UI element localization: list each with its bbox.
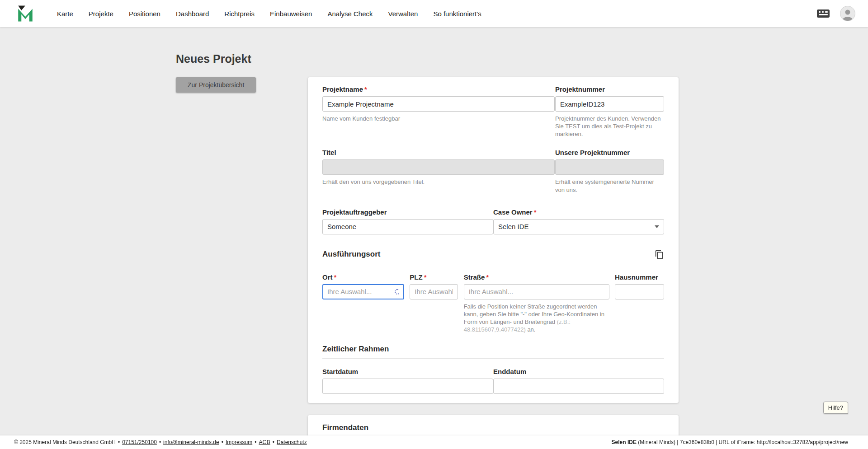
content-row: Zur Projektübersicht Projektname* Name v… [176, 77, 692, 435]
footer-separator: • [118, 439, 120, 445]
field-projektauftraggeber: Projektauftraggeber [322, 208, 493, 234]
form-row-name-number: Projektname* Name vom Kunden festlegbar … [322, 85, 664, 138]
projektname-helper: Name vom Kunden festlegbar [322, 115, 555, 122]
footer-user-name: Selen IDE [612, 439, 637, 445]
footer-link-impressum[interactable]: Impressum [226, 439, 252, 445]
strasse-label: Straße* [464, 273, 609, 281]
navbar-right [816, 6, 855, 21]
loading-spinner-icon [395, 289, 400, 295]
project-overview-button[interactable]: Zur Projektübersicht [176, 77, 256, 93]
nav-item-einbauweisen[interactable]: Einbauweisen [270, 10, 312, 18]
unsere-projektnummer-input [555, 159, 664, 175]
titel-input [322, 159, 555, 175]
nav-item-analyse-check[interactable]: Analyse Check [327, 10, 373, 18]
strasse-helper-main: Falls die Position keiner Straße zugeord… [464, 303, 604, 325]
logo-icon [16, 4, 35, 23]
footer-link-datenschutz[interactable]: Datenschutz [277, 439, 307, 445]
projektname-label: Projektname* [322, 85, 555, 93]
plz-label: PLZ* [410, 273, 458, 281]
startdatum-label: Startdatum [322, 368, 493, 375]
footer-link-email[interactable]: info@mineral-minds.de [163, 439, 219, 445]
section-ausfuehrungsort-header: Ausführungsort [322, 250, 664, 264]
ort-input[interactable] [322, 284, 404, 299]
projektauftraggeber-label: Projektauftraggeber [322, 208, 493, 216]
content-container: Neues Projekt Zur Projektübersicht Proje… [176, 27, 692, 435]
case-owner-label: Case Owner* [493, 208, 664, 216]
nav-item-richtpreis[interactable]: Richtpreis [224, 10, 255, 18]
case-owner-label-text: Case Owner [493, 208, 533, 216]
titel-label: Titel [322, 149, 555, 156]
field-ort: Ort* [322, 273, 404, 334]
field-projektname: Projektname* Name vom Kunden festlegbar [322, 85, 555, 138]
firmendaten-card: Firmendaten [308, 415, 679, 435]
startdatum-input[interactable] [322, 379, 493, 394]
titel-helper: Erhält den von uns vorgegebenen Titel. [322, 178, 555, 186]
strasse-helper-end: an. [526, 326, 536, 333]
nav-item-projekte[interactable]: Projekte [89, 10, 113, 18]
user-avatar[interactable] [840, 6, 855, 21]
field-strasse: Straße* Falls die Position keiner Straße… [464, 273, 609, 334]
field-titel: Titel Erhält den von uns vorgegebenen Ti… [322, 149, 555, 193]
form-row-address: Ort* PLZ* Straße* [322, 273, 664, 334]
projektname-input[interactable] [322, 96, 555, 112]
footer-link-phone[interactable]: 07151/250100 [122, 439, 157, 445]
field-plz: PLZ* [410, 273, 458, 334]
required-asterisk: * [424, 273, 427, 281]
project-form-card: Projektname* Name vom Kunden festlegbar … [308, 77, 679, 403]
required-asterisk: * [334, 273, 337, 281]
enddatum-label: Enddatum [493, 368, 664, 375]
footer-separator: • [255, 439, 256, 445]
case-owner-select[interactable]: Selen IDE [493, 219, 664, 234]
copy-icon[interactable] [655, 250, 664, 259]
top-navbar: Karte Projekte Positionen Dashboard Rich… [0, 0, 868, 27]
keyboard-icon[interactable] [816, 9, 830, 19]
main-menu: Karte Projekte Positionen Dashboard Rich… [57, 10, 481, 18]
page-title: Neues Projekt [176, 52, 692, 65]
firmendaten-heading: Firmendaten [322, 423, 368, 432]
field-unsere-projektnummer: Unsere Projektnummer Erhält eine systemg… [555, 149, 664, 193]
nav-item-positionen[interactable]: Positionen [129, 10, 160, 18]
form-row-titel: Titel Erhält den von uns vorgegebenen Ti… [322, 149, 664, 193]
required-asterisk: * [364, 85, 367, 93]
case-owner-value: Selen IDE [498, 223, 529, 230]
zeitlicher-rahmen-heading: Zeitlicher Rahmen [322, 345, 389, 354]
unsere-projektnummer-helper: Erhält eine systemgenerierte Nummer von … [555, 178, 664, 193]
projektnummer-input[interactable] [555, 96, 664, 112]
chevron-down-icon [655, 225, 659, 228]
unsere-projektnummer-label: Unsere Projektnummer [555, 149, 664, 156]
projektname-label-text: Projektname [322, 85, 363, 93]
field-enddatum: Enddatum [493, 368, 664, 394]
form-row-auftraggeber-owner: Projektauftraggeber Case Owner* Selen ID… [322, 208, 664, 234]
enddatum-input[interactable] [493, 379, 664, 394]
footer-copyright: © 2025 Mineral Minds Deutschland GmbH [14, 439, 116, 445]
footer-link-agb[interactable]: AGB [259, 439, 270, 445]
strasse-label-text: Straße [464, 273, 485, 281]
main-area: Neues Projekt Zur Projektübersicht Proje… [0, 27, 868, 435]
copy-icon-glyph [655, 250, 664, 259]
footer-session-details: (Mineral Minds) | 7ce360e83fb0 | URL of … [637, 439, 848, 445]
nav-item-so-funktionierts[interactable]: So funktioniert's [433, 10, 481, 18]
strasse-helper: Falls die Position keiner Straße zugeord… [464, 303, 609, 334]
hausnummer-label: Hausnummer [615, 273, 664, 281]
ort-label: Ort* [322, 273, 404, 281]
person-icon [841, 7, 854, 21]
nav-item-dashboard[interactable]: Dashboard [176, 10, 209, 18]
mineral-minds-logo[interactable] [15, 4, 35, 23]
nav-item-verwalten[interactable]: Verwalten [388, 10, 418, 18]
plz-label-text: PLZ [410, 273, 422, 281]
help-button[interactable]: Hilfe? [823, 402, 848, 414]
required-asterisk: * [486, 273, 489, 281]
hausnummer-input[interactable] [615, 284, 664, 299]
footer-separator: • [159, 439, 161, 445]
section-zeitlicher-rahmen-header: Zeitlicher Rahmen [322, 345, 664, 359]
strasse-input[interactable] [464, 284, 609, 299]
ort-input-wrap [322, 284, 404, 299]
projektauftraggeber-input[interactable] [322, 219, 493, 234]
plz-input[interactable] [410, 284, 458, 299]
nav-item-karte[interactable]: Karte [57, 10, 73, 18]
projektnummer-helper: Projektnummer des Kunden. Verwenden Sie … [555, 115, 664, 138]
footer-session-info: Selen IDE (Mineral Minds) | 7ce360e83fb0… [612, 439, 848, 445]
footer-separator: • [222, 439, 223, 445]
footer: © 2025 Mineral Minds Deutschland GmbH • … [0, 435, 868, 449]
section-firmendaten-header: Firmendaten [322, 423, 664, 435]
